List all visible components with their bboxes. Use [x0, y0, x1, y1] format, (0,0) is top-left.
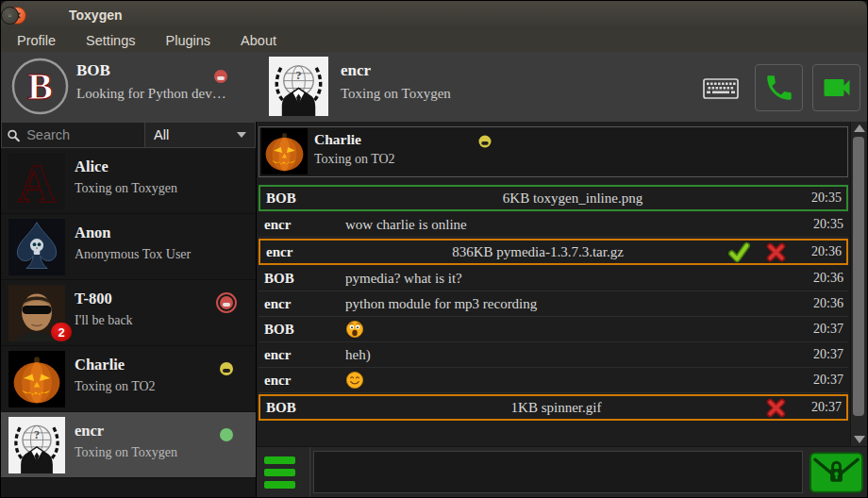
menu-item-about[interactable]: About	[228, 31, 289, 50]
message-time: 20:36	[800, 296, 848, 311]
header: B BOB Looking for Python dev… ? encr Tox…	[1, 52, 867, 123]
decline-transfer-button[interactable]	[765, 397, 787, 419]
contact-name: encr	[341, 61, 371, 80]
contact-name: Charlie	[75, 356, 125, 374]
contact-row-t-800[interactable]: T-800I'll be back2	[1, 280, 256, 346]
menu-item-settings[interactable]: Settings	[74, 31, 147, 50]
video-call-button[interactable]	[812, 64, 860, 111]
contact-row-charlie[interactable]: CharlieToxing on TO2	[1, 346, 256, 412]
message-time: 20:36	[798, 244, 846, 259]
preview-contact-name: Charlie	[314, 131, 361, 148]
send-message-button[interactable]	[806, 447, 867, 497]
accept-transfer-button[interactable]	[728, 241, 750, 263]
message-sender: encr	[259, 296, 345, 312]
encrypted-send-icon	[810, 452, 863, 493]
inline-image-preview: Charlie Toxing on TO2	[259, 126, 848, 177]
toxygen-window: ✕ − ▫ Toxygen ProfileSettingsPluginsAbou…	[0, 0, 868, 498]
scared-smiley-emoticon	[345, 320, 364, 339]
file-transfer-row: BOB6KB toxygen_inline.png20:35	[259, 185, 848, 211]
contact-status-message: Toxing on Toxygen	[75, 445, 177, 460]
search-box[interactable]	[1, 122, 145, 148]
message-text: python module for mp3 recording	[345, 296, 800, 312]
file-transfer-label: 836KB pymedia-1.3.7.3.tar.gz	[347, 244, 728, 260]
contact-status-message: I'll be back	[75, 313, 133, 328]
message-text	[345, 371, 800, 390]
attachment-menu-button[interactable]	[257, 447, 310, 497]
message-time: 20:37	[800, 373, 848, 388]
chat-panel: Charlie Toxing on TO2 BOB6KB toxygen_inl…	[256, 122, 867, 497]
hamburger-menu-icon	[264, 456, 295, 464]
contact-avatar: ?	[8, 417, 65, 473]
maximize-button[interactable]: ▫	[1, 7, 19, 25]
video-camera-icon	[820, 71, 854, 105]
message-time: 20:35	[798, 191, 846, 206]
message-time: 20:35	[800, 217, 848, 232]
preview-away-status-icon	[478, 135, 491, 147]
contact-row-encr[interactable]: ?encrToxing on Toxygen	[1, 412, 256, 478]
contact-list: AAliceToxing on ToxygenAnonAnonymous Tox…	[1, 148, 256, 478]
phone-icon	[763, 72, 795, 104]
sidebar: All AAliceToxing on ToxygenAnonAnonymous…	[1, 122, 256, 497]
self-busy-status-icon[interactable]	[214, 70, 227, 83]
svg-text:?: ?	[295, 69, 301, 82]
busy-status-icon	[220, 296, 233, 309]
online-status-icon	[220, 428, 233, 441]
message-row: encr20:37	[259, 368, 848, 393]
message-time: 20:37	[800, 322, 848, 337]
titlebar: ✕ − ▫ Toxygen	[1, 1, 867, 30]
contact-status-message: Anonymous Tox User	[75, 247, 191, 262]
contact-status-message: Toxing on TO2	[75, 379, 156, 394]
message-history: Charlie Toxing on TO2 BOB6KB toxygen_inl…	[257, 122, 850, 446]
file-transfer-label: 6KB toxygen_inline.png	[347, 191, 798, 207]
svg-text:B: B	[27, 65, 53, 108]
message-text: heh)	[345, 347, 800, 363]
self-avatar-image: B	[10, 57, 70, 116]
self-status-message[interactable]: Looking for Python dev…	[76, 86, 226, 102]
chat-scrollbar[interactable]	[850, 122, 867, 446]
message-sender: BOB	[259, 322, 345, 338]
keyboard-icon[interactable]	[703, 78, 739, 99]
message-sender: encr	[259, 373, 345, 389]
menu-item-plugins[interactable]: Plugins	[154, 31, 224, 50]
decline-transfer-button[interactable]	[765, 241, 787, 263]
message-sender: encr	[259, 217, 345, 233]
message-text: wow charlie is online	[345, 217, 800, 233]
unread-count-badge: 2	[51, 323, 72, 341]
audio-call-button[interactable]	[755, 64, 803, 111]
search-input[interactable]	[25, 126, 140, 143]
filter-value: All	[154, 127, 169, 142]
message-sender: BOB	[260, 191, 347, 207]
contact-status-message: Toxing on Toxygen	[341, 86, 451, 102]
search-icon	[7, 127, 20, 143]
message-sender: encr	[259, 347, 345, 363]
message-row: encrpython module for mp3 recording20:36	[259, 291, 848, 317]
contact-avatar-image: ?	[269, 57, 328, 116]
contact-name: Anon	[75, 224, 111, 242]
message-time: 20:37	[800, 347, 848, 362]
contact-filter-dropdown[interactable]: All	[145, 122, 256, 148]
contact-row-anon[interactable]: AnonAnonymous Tox User	[1, 214, 256, 280]
self-name[interactable]: BOB	[76, 61, 110, 80]
smiley-emoticon	[345, 371, 364, 390]
chevron-down-icon	[237, 132, 246, 138]
composer	[257, 446, 867, 497]
contact-name: encr	[75, 422, 104, 440]
scroll-down-arrow-icon[interactable]	[854, 436, 865, 443]
contact-avatar: ?	[269, 57, 328, 116]
menu-item-profile[interactable]: Profile	[5, 31, 68, 50]
window-title: Toxygen	[69, 1, 123, 29]
contact-status-message: Toxing on Toxygen	[75, 181, 177, 196]
message-text: pymedia? what is it?	[345, 271, 800, 287]
message-sender: BOB	[260, 400, 347, 416]
message-row: encrheh)20:37	[259, 342, 848, 368]
self-avatar[interactable]: B	[10, 57, 70, 116]
message-input[interactable]	[313, 451, 803, 493]
scrollbar-thumb[interactable]	[853, 137, 864, 416]
preview-avatar	[261, 128, 308, 174]
message-sender: BOB	[259, 271, 345, 287]
contact-name: T-800	[75, 290, 112, 308]
scroll-up-arrow-icon[interactable]	[854, 124, 865, 132]
message-text	[345, 320, 800, 339]
contact-row-alice[interactable]: AAliceToxing on Toxygen	[1, 148, 256, 214]
away-status-icon	[220, 362, 233, 375]
